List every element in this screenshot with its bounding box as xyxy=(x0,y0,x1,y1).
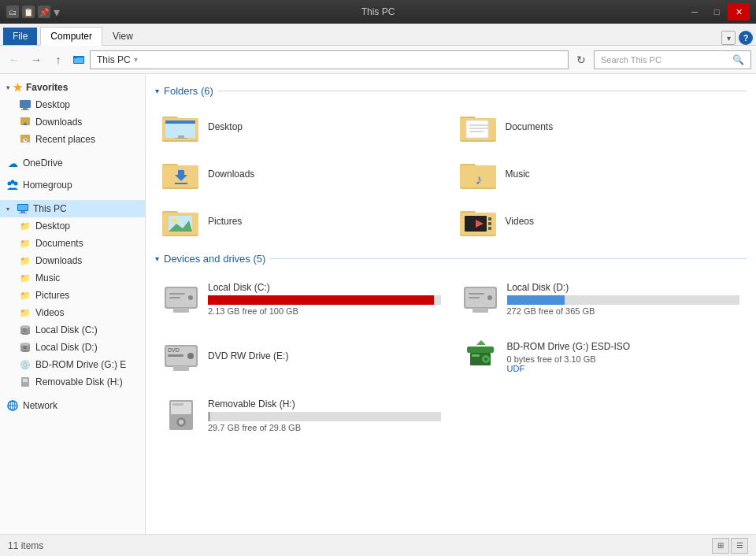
drive-localc-bar-fill xyxy=(208,295,434,305)
sub-downloads-icon: 📁 xyxy=(19,254,32,267)
drive-localc-thumb xyxy=(162,280,200,317)
breadcrumb-dropdown-icon[interactable]: ▾ xyxy=(134,55,138,64)
svg-rect-3 xyxy=(20,100,31,108)
drive-dvd[interactable]: DVD DVD RW Drive (E:) xyxy=(155,331,448,383)
folder-pictures[interactable]: Pictures xyxy=(155,199,450,243)
svg-rect-69 xyxy=(488,217,491,221)
sidebar-subitem-music[interactable]: 📁 Music xyxy=(0,269,145,287)
sub-pictures-icon: 📁 xyxy=(19,289,32,302)
onedrive-icon: ☁ xyxy=(6,157,19,169)
ribbon-collapse-button[interactable]: ▾ xyxy=(721,31,736,45)
svg-text:♪: ♪ xyxy=(475,172,482,187)
up-button[interactable]: ↑ xyxy=(49,50,68,69)
sidebar-item-thispc[interactable]: ▾ This PC xyxy=(0,200,145,217)
svg-rect-1 xyxy=(74,57,83,63)
sidebar-subitem-pictures[interactable]: 📁 Pictures xyxy=(0,287,145,304)
title-bar-left: 🗂 📋 📌 ▾ xyxy=(6,5,60,20)
folder-desktop[interactable]: Desktop xyxy=(155,105,450,149)
svg-rect-77 xyxy=(169,293,185,295)
breadcrumb-thispc: This PC xyxy=(97,54,131,65)
tab-file[interactable]: File xyxy=(3,28,37,45)
locald-label: Local Disk (D:) xyxy=(35,342,98,353)
svg-rect-41 xyxy=(175,138,187,139)
drive-removable-name: Removable Disk (H:) xyxy=(208,398,441,410)
list-view-button[interactable]: ☰ xyxy=(731,538,748,554)
drive-locald[interactable]: Local Disk (D:) 272 GB free of 365 GB xyxy=(454,272,747,324)
view-toggle-buttons: ⊞ ☰ xyxy=(712,538,748,554)
sidebar-item-homegroup[interactable]: Homegroup xyxy=(0,176,145,194)
search-icon: 🔍 xyxy=(732,54,744,65)
folder-desktop-thumb xyxy=(162,110,200,143)
folder-music[interactable]: ♪ Music xyxy=(453,152,747,196)
back-button[interactable]: ← xyxy=(5,50,24,69)
svg-rect-84 xyxy=(469,293,484,295)
drive-localc[interactable]: Local Disk (C:) 2.13 GB free of 100 GB xyxy=(155,272,448,324)
localc-label: Local Disk (C:) xyxy=(35,324,98,335)
svg-point-76 xyxy=(188,295,193,300)
sub-music-label: Music xyxy=(35,272,60,284)
minimize-button[interactable]: ─ xyxy=(684,3,706,20)
sidebar-item-recent[interactable]: Recent places xyxy=(0,131,145,148)
network-icon xyxy=(6,399,19,412)
sub-videos-label: Videos xyxy=(35,307,64,318)
homegroup-icon xyxy=(6,179,19,191)
svg-rect-20 xyxy=(19,213,27,213)
sidebar-item-onedrive[interactable]: ☁ OneDrive xyxy=(0,154,145,172)
svg-rect-93 xyxy=(467,347,494,353)
svg-point-97 xyxy=(484,358,487,361)
tab-computer[interactable]: Computer xyxy=(40,27,102,46)
drive-dvd-thumb: DVD xyxy=(162,338,200,376)
folder-downloads[interactable]: Downloads xyxy=(155,152,450,196)
address-path[interactable]: This PC ▾ xyxy=(90,50,569,69)
folder-videos-thumb xyxy=(460,205,498,238)
svg-rect-18 xyxy=(18,205,28,210)
status-bar: 11 items ⊞ ☰ xyxy=(0,534,756,556)
removable-sidebar-icon xyxy=(19,376,32,388)
favorites-arrow-icon: ▾ xyxy=(6,84,9,91)
forward-button[interactable]: → xyxy=(27,50,46,69)
svg-rect-19 xyxy=(20,211,25,213)
sidebar-item-network[interactable]: Network xyxy=(0,397,145,414)
sidebar-subitem-desktop[interactable]: 📁 Desktop xyxy=(0,217,145,235)
drive-localc-info: Local Disk (C:) 2.13 GB free of 100 GB xyxy=(208,282,441,316)
sidebar-subitem-documents[interactable]: 📁 Documents xyxy=(0,235,145,252)
drive-removable[interactable]: Removable Disk (H:) 29.7 GB free of 29.8… xyxy=(155,389,448,441)
sub-desktop-icon: 📁 xyxy=(19,220,32,232)
sidebar-subitem-localc[interactable]: C: Local Disk (C:) xyxy=(0,321,145,339)
title-bar: 🗂 📋 📌 ▾ This PC ─ □ ✕ xyxy=(0,0,756,24)
drives-section-header: ▾ Devices and drives (5) xyxy=(155,253,747,265)
folder-music-thumb: ♪ xyxy=(460,158,498,191)
folders-grid: Desktop Documents xyxy=(155,105,747,243)
dropdown-arrow[interactable]: ▾ xyxy=(54,5,60,20)
sidebar-item-desktop[interactable]: Desktop xyxy=(0,96,145,113)
close-button[interactable]: ✕ xyxy=(728,3,750,20)
sidebar-subitem-videos[interactable]: 📁 Videos xyxy=(0,304,145,321)
svg-rect-4 xyxy=(23,108,28,109)
folder-downloads-thumb xyxy=(162,158,200,191)
recent-icon xyxy=(19,133,32,146)
drive-locald-name: Local Disk (D:) xyxy=(507,282,740,293)
sidebar-subitem-locald[interactable]: D: Local Disk (D:) xyxy=(0,339,145,356)
tab-view[interactable]: View xyxy=(102,27,143,45)
sidebar-header-favorites[interactable]: ▾ ★ Favorites xyxy=(0,79,145,96)
folder-pictures-thumb xyxy=(162,205,200,238)
help-button[interactable]: ? xyxy=(739,31,753,45)
sub-music-icon: 📁 xyxy=(19,272,32,284)
sidebar-subitem-removable[interactable]: Removable Disk (H:) xyxy=(0,373,145,391)
folders-section-label: Folders (6) xyxy=(164,85,213,97)
desktop-icon xyxy=(19,98,32,111)
folder-videos[interactable]: Videos xyxy=(453,199,747,243)
sidebar-subitem-bdrom[interactable]: 💿 BD-ROM Drive (G:) E xyxy=(0,356,145,373)
maximize-button[interactable]: □ xyxy=(706,3,728,20)
details-view-button[interactable]: ⊞ xyxy=(712,538,729,554)
refresh-button[interactable]: ↻ xyxy=(572,50,591,69)
svg-rect-7 xyxy=(20,117,24,120)
sidebar-subitem-downloads[interactable]: 📁 Downloads xyxy=(0,252,145,269)
drive-dvd-name: DVD RW Drive (E:) xyxy=(208,350,441,361)
search-box[interactable]: Search This PC 🔍 xyxy=(594,50,751,69)
drive-bdrom[interactable]: BD-ROM Drive (G:) ESD-ISO 0 bytes free o… xyxy=(454,331,747,383)
drive-bdrom-thumb xyxy=(461,338,499,376)
folder-documents[interactable]: Documents xyxy=(453,105,747,149)
svg-rect-75 xyxy=(173,308,189,313)
sidebar-item-downloads[interactable]: Downloads xyxy=(0,113,145,131)
